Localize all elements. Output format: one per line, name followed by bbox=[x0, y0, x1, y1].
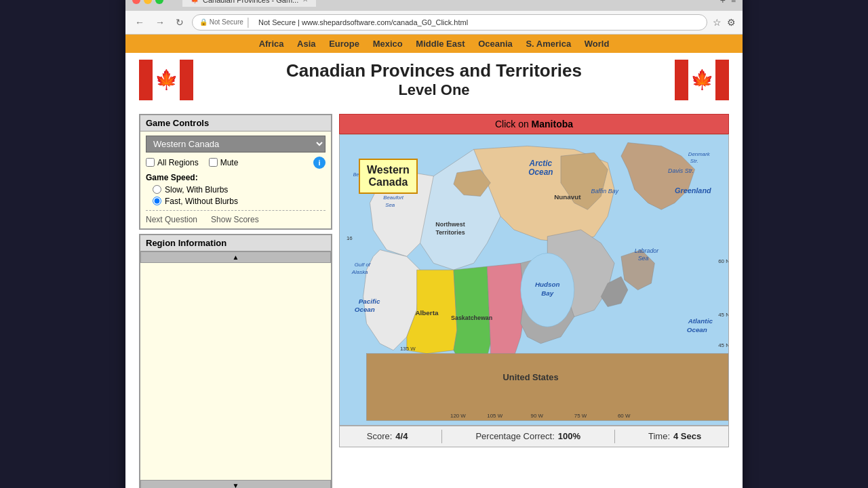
game-controls-box: Game Controls Western Canada All Regions bbox=[139, 114, 332, 230]
url-bar[interactable] bbox=[253, 17, 700, 28]
page-title: Canadian Provinces and Territories Level… bbox=[207, 60, 661, 99]
tab-close-icon[interactable]: ✕ bbox=[302, 0, 308, 3]
nav-s-america[interactable]: S. America bbox=[526, 39, 571, 49]
baffin-bay-label: Baffin Bay bbox=[591, 187, 618, 194]
nav-oceania[interactable]: Oceania bbox=[478, 39, 513, 49]
coord-45n: 45 N bbox=[718, 312, 728, 318]
controls-separator bbox=[146, 210, 326, 211]
us-label: United States bbox=[503, 372, 559, 382]
reload-button[interactable]: ↻ bbox=[173, 16, 186, 29]
speed-slow-option: Slow, With Blurbs bbox=[153, 185, 326, 195]
speed-slow-radio[interactable] bbox=[153, 185, 161, 194]
all-regions-checkbox-item: All Regions bbox=[146, 158, 199, 167]
coord-16: 16 bbox=[347, 235, 353, 241]
flag-right-red-right bbox=[715, 60, 729, 100]
nwt-label: Northwest bbox=[435, 220, 465, 227]
address-bar: ← → ↻ 🔒 Not Secure | ☆ ⚙ bbox=[125, 11, 743, 35]
maple-leaf-left: 🍁 bbox=[155, 70, 178, 89]
coord-45n-2: 45 N bbox=[718, 342, 728, 348]
flag-right-red bbox=[180, 60, 193, 100]
coord-75w: 75 W bbox=[574, 412, 587, 418]
nav-mexico[interactable]: Mexico bbox=[373, 39, 403, 49]
denmark-str-label: Denmark bbox=[688, 151, 711, 157]
security-indicator: 🔒 Not Secure bbox=[199, 18, 243, 26]
show-scores-button[interactable]: Show Scores bbox=[211, 215, 259, 224]
next-question-button[interactable]: Next Question bbox=[146, 215, 197, 224]
arctic-ocean-label2: Ocean bbox=[528, 167, 553, 176]
game-speed-label: Game Speed: bbox=[146, 173, 326, 182]
hudson-bay-label2: Bay bbox=[541, 289, 554, 296]
browser-tab[interactable]: 🍁 Canadian Provinces - Gam... ✕ bbox=[182, 0, 316, 7]
controls-body: Western Canada All Regions Mute i bbox=[140, 131, 331, 228]
davis-str-label: Davis Str. bbox=[668, 167, 694, 174]
pct-value: 100% bbox=[558, 431, 580, 441]
scroll-up-button[interactable]: ▲ bbox=[140, 251, 331, 263]
traffic-lights bbox=[132, 0, 163, 4]
coord-105w: 105 W bbox=[487, 412, 502, 418]
flag-white-left: 🍁 bbox=[153, 60, 180, 100]
back-button[interactable]: ← bbox=[132, 16, 147, 29]
time-value: 4 Secs bbox=[673, 431, 701, 441]
menu-icon[interactable]: ≡ bbox=[731, 0, 736, 5]
flag-left-red bbox=[139, 60, 153, 100]
browser-titlebar: 🍁 Canadian Provinces - Gam... ✕ + ≡ bbox=[125, 0, 743, 11]
svg-rect-16 bbox=[367, 353, 728, 420]
region-info-body[interactable] bbox=[140, 263, 331, 480]
speed-fast-radio[interactable] bbox=[153, 197, 161, 205]
greenland-label: Greenland bbox=[675, 186, 711, 194]
flag-right-red-left bbox=[675, 60, 688, 100]
checkbox-row: All Regions Mute i bbox=[146, 157, 326, 169]
right-panel: Click on Manitoba WesternCanada bbox=[339, 114, 729, 489]
close-button-icon[interactable] bbox=[132, 0, 140, 4]
all-regions-checkbox[interactable] bbox=[146, 158, 155, 167]
atlantic-ocean-label2: Ocean bbox=[687, 326, 707, 333]
mute-checkbox-item: Mute bbox=[209, 158, 239, 167]
left-panel: Game Controls Western Canada All Regions bbox=[139, 114, 332, 489]
game-controls-title: Game Controls bbox=[140, 115, 331, 131]
mute-checkbox[interactable] bbox=[209, 158, 218, 167]
info-icon[interactable]: i bbox=[313, 157, 326, 169]
beaufort-sea-label: Beaufort bbox=[383, 195, 404, 201]
time-label: Time: bbox=[648, 431, 670, 441]
nunavut-label: Nunavut bbox=[554, 193, 581, 201]
pct-item: Percentage Correct: 100% bbox=[475, 431, 580, 441]
maximize-button-icon[interactable] bbox=[155, 0, 163, 4]
extensions-icon[interactable]: ⚙ bbox=[727, 17, 736, 28]
region-select[interactable]: Western Canada bbox=[146, 136, 326, 152]
page-header: 🍁 Canadian Provinces and Territories Lev… bbox=[125, 53, 743, 107]
nav-middle-east[interactable]: Middle East bbox=[416, 39, 465, 49]
alberta-label: Alberta bbox=[415, 309, 438, 317]
beaufort-sea-label2: Sea bbox=[385, 202, 395, 208]
score-item: Score: 4/4 bbox=[367, 431, 408, 441]
time-item: Time: 4 Secs bbox=[648, 431, 701, 441]
coord-120w: 120 W bbox=[450, 412, 466, 418]
saskatchewan-label: Saskatchewan bbox=[451, 314, 492, 321]
denmark-str-label2: Str. bbox=[690, 158, 698, 164]
nav-asia[interactable]: Asia bbox=[297, 39, 315, 49]
maple-leaf-right: 🍁 bbox=[690, 70, 714, 89]
main-area: Game Controls Western Canada All Regions bbox=[125, 107, 743, 489]
map-header: Click on Manitoba bbox=[339, 114, 729, 134]
title-line1: Canadian Provinces and Territories bbox=[207, 60, 661, 81]
speed-fast-label: Fast, Without Blurbs bbox=[165, 197, 238, 206]
page-content: Africa Asia Europe Mexico Middle East Oc… bbox=[125, 35, 743, 489]
labrador-sea-label: Labrador bbox=[635, 247, 660, 254]
scroll-down-button[interactable]: ▼ bbox=[140, 480, 331, 489]
map-container[interactable]: WesternCanada bbox=[339, 134, 729, 426]
nav-africa[interactable]: Africa bbox=[259, 39, 284, 49]
gulf-alaska-label: Gulf of bbox=[355, 262, 371, 268]
flag-white-right: 🍁 bbox=[688, 60, 715, 100]
forward-button[interactable]: → bbox=[153, 16, 167, 29]
score-value: 4/4 bbox=[395, 431, 408, 441]
top-nav: Africa Asia Europe Mexico Middle East Oc… bbox=[125, 35, 743, 53]
nav-europe[interactable]: Europe bbox=[329, 39, 359, 49]
mute-label: Mute bbox=[220, 158, 239, 167]
score-divider-1 bbox=[441, 430, 442, 443]
nav-world[interactable]: World bbox=[585, 39, 610, 49]
bookmark-icon[interactable]: ☆ bbox=[713, 17, 722, 28]
new-tab-button[interactable]: + bbox=[720, 0, 726, 5]
minimize-button-icon[interactable] bbox=[144, 0, 152, 4]
score-divider-2 bbox=[614, 430, 615, 443]
tab-title: Canadian Provinces - Gam... bbox=[203, 0, 298, 4]
pct-label: Percentage Correct: bbox=[475, 431, 554, 441]
